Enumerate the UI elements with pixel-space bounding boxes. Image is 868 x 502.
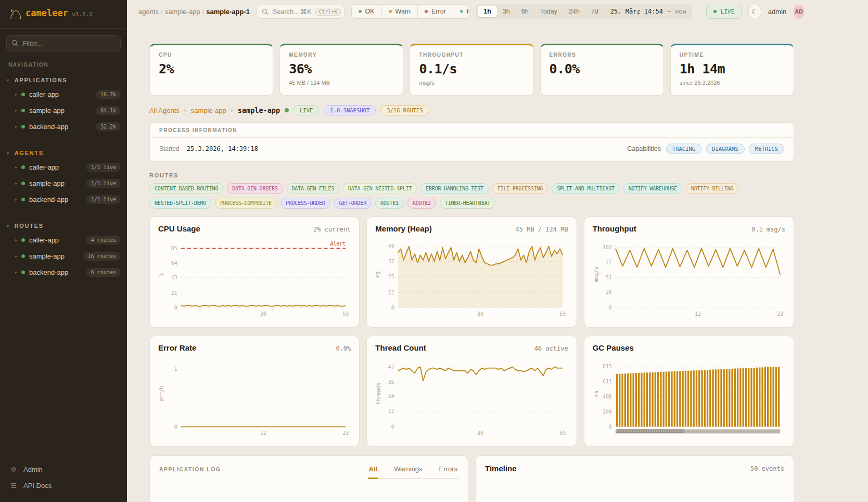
agent-link-sample-app[interactable]: sample-app	[191, 107, 226, 114]
routes-title: ROUTES	[149, 172, 794, 178]
route-chip-process-order[interactable]: PROCESS-ORDER	[280, 198, 330, 209]
count-badge: 84.1k	[96, 106, 121, 115]
status-dot-icon	[460, 10, 463, 13]
chevron-down-icon: ▾	[7, 151, 10, 156]
route-chip-data-gen-nested-split[interactable]: DATA-GEN-NESTED-SPLIT	[343, 183, 417, 194]
route-chip-error-handling-test[interactable]: ERROR-HANDLING-TEST	[420, 183, 489, 194]
sidebar-item-applications-caller-app[interactable]: ▸ caller-app 10.7k	[0, 86, 127, 102]
dark-mode-toggle[interactable]: ☾	[748, 4, 761, 19]
route-chip-split-and-multicast[interactable]: SPLIT-AND-MULTICAST	[552, 183, 620, 194]
time-range-1h[interactable]: 1h	[478, 6, 497, 17]
sidebar-item-routes-caller-app[interactable]: ▸ caller-app 4 routes	[0, 232, 127, 248]
sidebar-section-routes: ▾ROUTES ▸ caller-app 4 routes ▸ sample-a…	[0, 214, 127, 285]
route-chip-content-based-routing[interactable]: CONTENT-BASED-ROUTING	[149, 183, 223, 194]
chart-title: Error Rate	[158, 343, 196, 352]
route-chip-route2[interactable]: ROUTE2	[407, 198, 436, 209]
log-tab-errors[interactable]: Errors	[438, 465, 458, 478]
list-icon: ☰	[10, 482, 17, 490]
app-logo: cameleer v3.2.1	[0, 0, 127, 29]
metric-card-uptime: UPTIME 1h 14m since 25.3.2026	[670, 44, 794, 96]
bottom-panels: APPLICATION LOG AllWarningsErrors Timeli…	[149, 455, 794, 502]
main-area: agents/sample-app/sample-app-1 Search...…	[127, 0, 868, 502]
route-chip-notify-billing[interactable]: NOTIFY-BILLING	[686, 183, 739, 194]
sidebar-item-agents-backend-app[interactable]: ▸ backend-app 1/1 live	[0, 191, 127, 208]
svg-text:30: 30	[477, 311, 483, 317]
sidebar-section-header-routes[interactable]: ▾ROUTES	[0, 218, 127, 232]
gear-icon: ⚙	[10, 466, 17, 473]
breadcrumb-item[interactable]: sample-app	[165, 8, 200, 16]
sidebar-item-routes-sample-app[interactable]: ▸ sample-app 16 routes	[0, 248, 127, 264]
chart-card-thread-count: Thread Count 46 active 012243547threads3…	[366, 336, 577, 447]
status-filter-error[interactable]: Error	[417, 5, 453, 18]
avatar[interactable]: AD	[793, 5, 805, 19]
live-badge[interactable]: LIVE	[706, 5, 742, 19]
log-tab-warnings[interactable]: Warnings	[393, 465, 423, 478]
search-input[interactable]: Search... ⌘K Ctrl+K	[257, 5, 344, 19]
route-chip-route1[interactable]: ROUTE1	[375, 198, 404, 209]
chart-canvas: 0265177102msg/s1223	[593, 236, 785, 318]
route-chip-get-order[interactable]: GET-ORDER	[334, 198, 372, 209]
time-range-today[interactable]: Today	[534, 6, 563, 17]
route-chip-process-composite[interactable]: PROCESS-COMPOSITE	[215, 198, 277, 209]
sidebar-item-agents-caller-app[interactable]: ▸ caller-app 1/1 live	[0, 159, 127, 175]
sidebar-footer-api-docs[interactable]: ☰ API Docs	[0, 478, 127, 494]
chart-card-error-rate: Error Rate 0.0% 01err/h1223	[149, 336, 360, 447]
route-chip-file-processing[interactable]: FILE-PROCESSING	[492, 183, 548, 194]
metric-subtext: 45 MB / 124 MB	[289, 80, 394, 86]
date-range-now: now	[675, 8, 691, 15]
svg-text:51: 51	[606, 275, 612, 280]
chart-current-value: 0.1 msg/s	[751, 226, 785, 233]
chevron-right-icon: ▸	[15, 165, 17, 170]
live-label: LIVE	[721, 8, 735, 15]
status-filter-warn[interactable]: Warn	[381, 5, 417, 18]
chart-current-value: 0.0%	[336, 345, 351, 352]
chart-current-value: 45 MB / 124 MB	[516, 226, 568, 233]
status-filter-ok[interactable]: OK	[352, 5, 381, 18]
sidebar-footer-admin[interactable]: ⚙ Admin	[0, 461, 127, 478]
svg-text:0: 0	[174, 305, 177, 311]
time-range-3h[interactable]: 3h	[497, 6, 516, 17]
chart-title: GC Pauses	[593, 343, 634, 352]
capability-badge-metrics: METRICS	[749, 144, 784, 154]
count-badge: 1/1 live	[86, 195, 121, 204]
route-chips: CONTENT-BASED-ROUTINGDATA-GEN-ORDERSDATA…	[149, 183, 794, 209]
route-chip-data-gen-orders[interactable]: DATA-GEN-ORDERS	[227, 183, 283, 194]
sidebar-item-applications-sample-app[interactable]: ▸ sample-app 84.1k	[0, 102, 127, 119]
sidebar-section-header-agents[interactable]: ▾AGENTS	[0, 146, 127, 159]
agent-link-all-agents[interactable]: All Agents	[149, 107, 180, 114]
svg-text:ms: ms	[593, 391, 599, 397]
status-filter-running[interactable]: Running	[453, 5, 469, 18]
process-information-title: PROCESS INFORMATION	[150, 123, 794, 138]
routes-block: ROUTES CONTENT-BASED-ROUTINGDATA-GEN-ORD…	[149, 172, 794, 209]
agent-live-dot-icon	[285, 108, 289, 112]
metric-value: 1h 14m	[680, 61, 785, 76]
agent-badge-live: LIVE	[293, 105, 319, 115]
metric-card-cpu: CPU 2%	[149, 44, 273, 96]
route-chip-timer-heartbeat[interactable]: TIMER-HEARTBEAT	[440, 198, 495, 209]
log-tab-all[interactable]: All	[368, 465, 379, 479]
breadcrumb-item: sample-app-1	[206, 8, 250, 16]
app-name: cameleer	[25, 8, 68, 18]
svg-text:64: 64	[171, 260, 177, 266]
sidebar-item-agents-sample-app[interactable]: ▸ sample-app 1/1 live	[0, 175, 127, 191]
route-chip-nested-split-demo[interactable]: NESTED-SPLIT-DEMO	[149, 198, 211, 209]
time-range-6h[interactable]: 6h	[516, 6, 534, 17]
log-tabs: AllWarningsErrors	[368, 465, 458, 479]
time-range-7d[interactable]: 7d	[585, 6, 604, 17]
svg-text:204: 204	[603, 409, 612, 415]
count-badge: 6 routes	[86, 268, 121, 277]
route-chip-data-gen-files[interactable]: DATA-GEN-FILES	[287, 183, 340, 194]
svg-text:815: 815	[603, 364, 612, 369]
sidebar-item-applications-backend-app[interactable]: ▸ backend-app 32.2k	[0, 119, 127, 135]
breadcrumb-item[interactable]: agents	[138, 8, 159, 16]
chevron-down-icon: ▾	[7, 78, 10, 83]
sidebar-section-header-applications[interactable]: ▾APPLICATIONS	[0, 73, 127, 86]
time-range-24h[interactable]: 24h	[563, 6, 585, 17]
user-name: admin	[768, 8, 786, 16]
filter-input[interactable]	[6, 35, 121, 52]
status-dot-icon	[21, 198, 25, 201]
date-range-label[interactable]: 25. März 14:54	[604, 8, 667, 15]
route-chip-notify-warehouse[interactable]: NOTIFY-WAREHOUSE	[623, 183, 682, 194]
sidebar-item-routes-backend-app[interactable]: ▸ backend-app 6 routes	[0, 264, 127, 280]
metric-subtext: msg/s	[419, 80, 524, 86]
